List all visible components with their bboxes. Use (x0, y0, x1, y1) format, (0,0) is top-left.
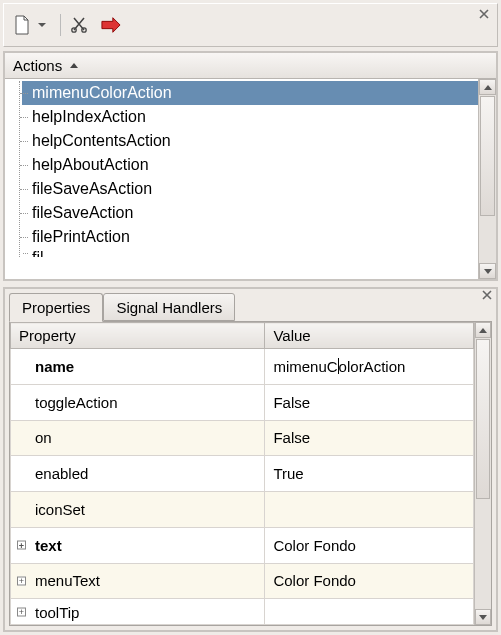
toolbar (4, 4, 497, 46)
property-value-cell[interactable] (265, 599, 473, 625)
property-name-cell[interactable]: +text (11, 527, 265, 563)
go-icon[interactable] (101, 15, 121, 35)
tab-properties[interactable]: Properties (9, 293, 103, 322)
actions-header-label: Actions (13, 57, 62, 74)
cut-icon[interactable] (69, 15, 89, 35)
property-value-cell[interactable]: mimenuColorAction (265, 349, 473, 385)
new-file-icon[interactable] (12, 15, 32, 35)
properties-table: Property Value namemimenuColorActiontogg… (10, 322, 474, 625)
list-item[interactable]: helpIndexAction (22, 105, 478, 129)
close-icon[interactable] (479, 6, 491, 18)
property-column-header[interactable]: Property (11, 323, 265, 349)
list-item[interactable]: helpAboutAction (22, 153, 478, 177)
table-row[interactable]: namemimenuColorAction (11, 349, 474, 385)
value-column-header[interactable]: Value (265, 323, 473, 349)
property-name-cell[interactable]: toggleAction (11, 384, 265, 420)
table-row[interactable]: enabledTrue (11, 456, 474, 492)
scroll-up-button[interactable] (475, 322, 491, 338)
expand-icon[interactable]: + (17, 541, 26, 550)
table-row[interactable]: +menuTextColor Fondo (11, 563, 474, 599)
property-name-cell[interactable]: enabled (11, 456, 265, 492)
property-value-cell[interactable]: Color Fondo (265, 563, 473, 599)
list-item[interactable]: fileSaveAction (22, 201, 478, 225)
list-item[interactable]: fil (22, 249, 478, 257)
actions-list[interactable]: mimenuColorActionhelpIndexActionhelpCont… (5, 79, 478, 279)
table-row[interactable]: +toolTip (11, 599, 474, 625)
property-value-cell[interactable]: Color Fondo (265, 527, 473, 563)
property-name-cell[interactable]: +toolTip (11, 599, 265, 625)
table-row[interactable]: iconSet (11, 492, 474, 528)
table-row[interactable]: onFalse (11, 420, 474, 456)
dropdown-icon[interactable] (38, 23, 46, 27)
tab-signal-handlers[interactable]: Signal Handlers (103, 293, 235, 321)
list-item[interactable]: mimenuColorAction (22, 81, 478, 105)
tabs: Properties Signal Handlers (5, 289, 496, 321)
property-value-cell[interactable]: False (265, 420, 473, 456)
properties-scrollbar[interactable] (474, 322, 491, 625)
scroll-thumb[interactable] (480, 96, 495, 216)
expand-icon[interactable]: + (17, 576, 26, 585)
separator (60, 14, 61, 36)
table-row[interactable]: +textColor Fondo (11, 527, 474, 563)
property-name-cell[interactable]: on (11, 420, 265, 456)
scroll-thumb[interactable] (476, 339, 490, 499)
expand-icon[interactable]: + (17, 607, 26, 616)
list-item[interactable]: fileSaveAsAction (22, 177, 478, 201)
property-name-cell[interactable]: name (11, 349, 265, 385)
property-name-cell[interactable]: iconSet (11, 492, 265, 528)
property-name-cell[interactable]: +menuText (11, 563, 265, 599)
property-value-cell[interactable]: False (265, 384, 473, 420)
scroll-up-button[interactable] (479, 79, 496, 95)
sort-ascending-icon (70, 63, 78, 68)
list-item[interactable]: filePrintAction (22, 225, 478, 249)
property-value-cell[interactable]: True (265, 456, 473, 492)
list-item[interactable]: helpContentsAction (22, 129, 478, 153)
close-icon[interactable] (482, 287, 494, 299)
scroll-down-button[interactable] (479, 263, 496, 279)
actions-scrollbar[interactable] (478, 79, 496, 279)
table-row[interactable]: toggleActionFalse (11, 384, 474, 420)
actions-column-header[interactable]: Actions (5, 53, 496, 79)
scroll-down-button[interactable] (475, 609, 491, 625)
property-value-cell[interactable] (265, 492, 473, 528)
